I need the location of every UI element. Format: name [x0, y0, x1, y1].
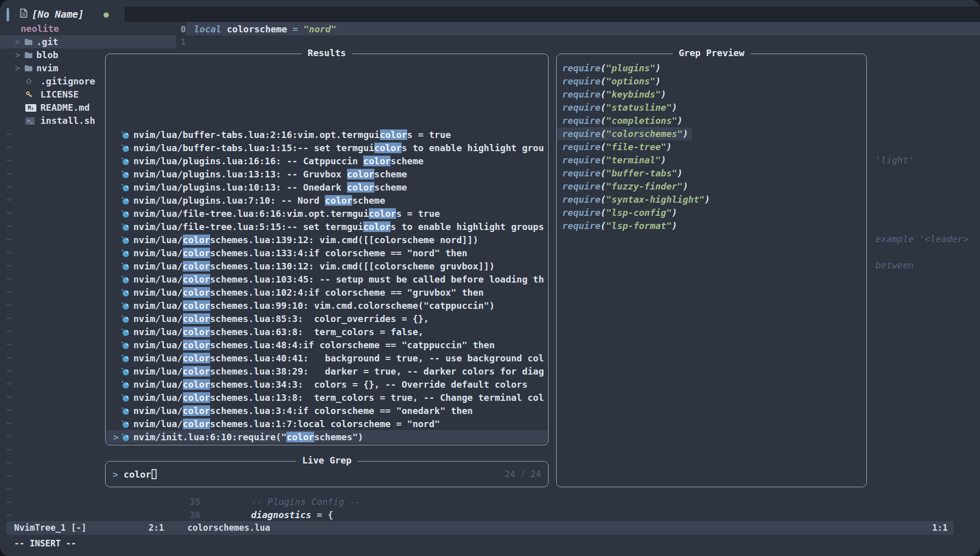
result-row[interactable]: nvim/lua/colorschemes.lua:99:10: vim.cmd…	[106, 299, 548, 312]
preview-code-line[interactable]: require("fuzzy-finder")	[557, 180, 692, 193]
tilde: ~	[6, 141, 12, 154]
result-text-pre: nvim/lua/	[133, 405, 183, 416]
tree-item-.git[interactable]: >.git	[0, 35, 176, 49]
preview-code-line[interactable]: require("terminal")	[557, 154, 670, 167]
results-panel-title: Results	[302, 48, 352, 58]
result-row[interactable]: nvim/lua/buffer-tabs.lua:2:16:vim.opt.te…	[106, 128, 548, 141]
results-counter: 24 / 24	[505, 469, 541, 479]
result-text-pre: nvim/lua/file-tree.lua:6:16:vim.opt.term…	[133, 208, 369, 219]
lua-file-icon	[121, 170, 129, 178]
result-text-post: schemes.lua:102:4:if colorscheme == "gru…	[210, 287, 484, 298]
match-highlight: color	[183, 235, 210, 245]
match-highlight: color	[347, 182, 374, 193]
result-text-post: schemes.lua:85:3: color_overrides = {},	[210, 313, 429, 324]
result-text: nvim/lua/colorschemes.lua:130:12: vim.cm…	[133, 261, 495, 271]
result-row[interactable]: nvim/lua/colorschemes.lua:63:8: term_col…	[106, 325, 548, 338]
operator-token: =	[292, 24, 304, 34]
buffer-tab[interactable]: [No Name] ●	[20, 7, 109, 22]
function-token: require	[562, 207, 601, 218]
result-text-pre: nvim/lua/	[133, 274, 183, 285]
preview-code-line[interactable]: require("plugins")	[557, 62, 665, 75]
preview-code-line[interactable]: require("file-tree")	[557, 141, 676, 154]
result-row[interactable]: nvim/lua/colorschemes.lua:130:12: vim.cm…	[106, 259, 548, 272]
lua-file-icon	[121, 209, 129, 217]
tilde: ~	[6, 325, 12, 338]
result-text: nvim/lua/colorschemes.lua:13:8: term_col…	[133, 392, 544, 403]
tilde: ~	[6, 193, 12, 206]
result-row[interactable]: nvim/lua/colorschemes.lua:3:4:if colorsc…	[106, 404, 548, 417]
preview-code-line[interactable]: require("lsp-config")	[557, 206, 681, 219]
editor-current-line[interactable]: 0 local colorscheme = "nord"	[0, 22, 980, 35]
preview-code-line[interactable]: require("keybinds")	[557, 88, 670, 101]
match-highlight: color	[183, 313, 210, 324]
result-text-post: schemes.lua:103:45: -- setup must be cal…	[210, 274, 544, 285]
lua-file-icon	[121, 130, 129, 138]
result-row[interactable]: nvim/lua/colorschemes.lua:102:4:if color…	[106, 286, 548, 299]
result-text: nvim/lua/colorschemes.lua:85:3: color_ov…	[133, 313, 429, 324]
line-number: 0	[178, 24, 186, 34]
chevron-right-icon[interactable]: >	[15, 49, 20, 62]
paren-token: (	[601, 181, 606, 192]
match-highlight: color	[183, 366, 210, 377]
result-row[interactable]: nvim/lua/file-tree.lua:5:15:-- set termg…	[106, 220, 548, 233]
result-row[interactable]: nvim/lua/plugins.lua:7:10: -- Nord color…	[106, 194, 548, 207]
result-text-pre: nvim/lua/	[133, 248, 183, 258]
paren-token: )	[677, 115, 683, 126]
result-text-pre: nvim/lua/	[133, 313, 183, 324]
result-text-post: schemes.lua:34:3: colors = {}, -- Overri…	[210, 379, 528, 390]
result-row[interactable]: nvim/lua/colorschemes.lua:34:3: colors =…	[106, 378, 548, 391]
result-row[interactable]: nvim/lua/colorschemes.lua:38:29: darker …	[106, 364, 548, 378]
preview-code-line[interactable]: require("options")	[557, 75, 665, 88]
result-text: nvim/lua/file-tree.lua:6:16:vim.opt.term…	[133, 208, 440, 219]
code-text: diagnostics = {	[251, 508, 333, 522]
result-row[interactable]: nvim/lua/plugins.lua:13:13: -- Gruvbox c…	[106, 167, 548, 180]
result-row[interactable]: nvim/lua/plugins.lua:10:13: -- Onedark c…	[106, 180, 548, 194]
result-text-pre: nvim/init.lua:6:10:require("	[133, 432, 286, 442]
preview-code-line[interactable]: require("completions")	[557, 114, 687, 127]
result-row[interactable]: nvim/lua/file-tree.lua:6:16:vim.opt.term…	[106, 207, 548, 220]
preview-code-line[interactable]: require("statusline")	[557, 101, 681, 114]
folder-icon	[24, 35, 33, 49]
match-highlight: color	[183, 327, 210, 337]
preview-code-line[interactable]: require("colorschemes")	[557, 127, 692, 141]
result-row[interactable]: nvim/lua/buffer-tabs.lua:1:15:-- set ter…	[106, 141, 548, 154]
paren-token: )	[655, 63, 661, 73]
lua-file-icon	[121, 222, 129, 230]
result-row[interactable]: nvim/lua/colorschemes.lua:139:12: vim.cm…	[106, 233, 548, 246]
result-row[interactable]: nvim/lua/plugins.lua:16:16: -- Catppucci…	[106, 154, 548, 167]
live-grep-input[interactable]: > color 24 / 24	[106, 461, 548, 487]
result-text: nvim/lua/plugins.lua:7:10: -- Nord color…	[133, 195, 385, 206]
preview-code-line[interactable]: require("lsp-format")	[557, 219, 681, 233]
results-panel: Results nvim/lua/buffer-tabs.lua:2:16:vi…	[105, 54, 549, 445]
paren-token: )	[666, 142, 672, 152]
match-highlight: color	[183, 379, 210, 390]
result-text-post: schemes.lua:130:12: vim.cmd([[colorschem…	[210, 261, 495, 271]
paren-token: )	[672, 102, 677, 113]
lua-file-icon	[121, 314, 129, 322]
result-row[interactable]: nvim/lua/colorschemes.lua:48:4:if colors…	[106, 338, 548, 351]
result-text-post: schemes.lua:1:7:local colorscheme = "nor…	[210, 419, 440, 429]
function-token: require	[562, 194, 601, 205]
result-row[interactable]: nvim/lua/colorschemes.lua:40:41: backgro…	[106, 351, 548, 364]
lua-file-icon	[121, 341, 129, 349]
chevron-right-icon[interactable]: >	[15, 35, 20, 49]
line-number: 35	[189, 495, 201, 508]
live-grep-panel: Live Grep > color 24 / 24	[105, 461, 549, 487]
function-token: require	[562, 89, 601, 100]
chevron-right-icon[interactable]: >	[15, 62, 20, 75]
preview-code-line[interactable]: require("buffer-tabs")	[557, 167, 687, 180]
tabline-background	[125, 7, 980, 22]
result-row[interactable]: nvim/lua/colorschemes.lua:103:45: -- set…	[106, 272, 548, 286]
lua-file-icon	[121, 367, 129, 375]
result-row[interactable]: nvim/lua/colorschemes.lua:13:8: term_col…	[106, 391, 548, 404]
result-row[interactable]: >nvim/init.lua:6:10:require("colorscheme…	[106, 430, 548, 443]
tilde: ~	[6, 272, 12, 285]
preview-code-line[interactable]: require("syntax-highlight")	[557, 193, 714, 206]
result-row[interactable]: nvim/lua/colorschemes.lua:133:4:if color…	[106, 246, 548, 259]
result-text-pre: nvim/lua/	[133, 327, 183, 337]
result-text: nvim/lua/plugins.lua:10:13: -- Onedark c…	[133, 182, 407, 193]
result-row[interactable]: nvim/lua/colorschemes.lua:85:3: color_ov…	[106, 312, 548, 325]
result-text: nvim/lua/colorschemes.lua:3:4:if colorsc…	[133, 405, 473, 416]
paren-token: )	[682, 181, 688, 192]
result-row[interactable]: nvim/lua/colorschemes.lua:1:7:local colo…	[106, 417, 548, 430]
